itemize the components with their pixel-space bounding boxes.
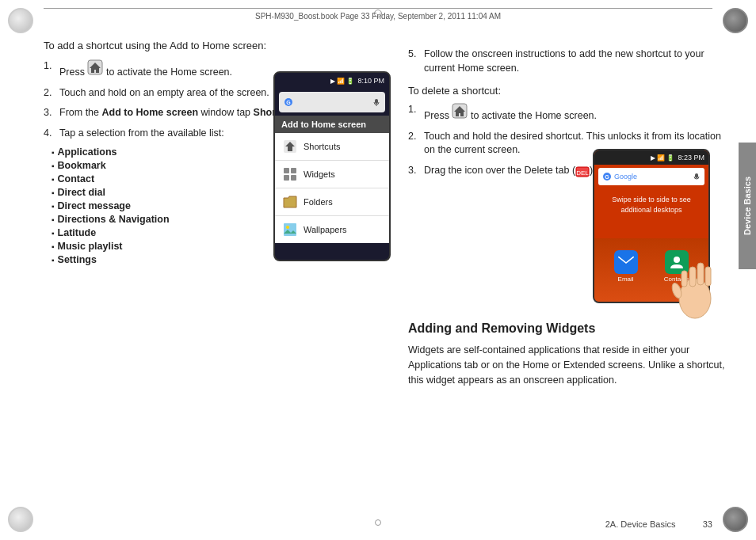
right-steps-top: 5. Follow the onscreen instructions to a…	[408, 40, 732, 75]
step-1-after: to activate the Home screen.	[106, 67, 232, 78]
page-number-container: 2A. Device Basics 33	[605, 519, 712, 529]
phone1-search: G	[279, 92, 385, 112]
phone2-swipe-text: Swipe side to side to see additional des…	[594, 188, 708, 221]
widgets-text: Widgets are self-contained applications …	[408, 343, 732, 387]
phone1-menu-wallpapers: Wallpapers	[275, 216, 389, 243]
delete-step-1-press: Press	[424, 110, 449, 121]
svg-text:G: G	[286, 100, 291, 105]
phone1-menu-widgets: Widgets	[275, 161, 389, 188]
phone1-time: 8:10 PM	[357, 77, 384, 85]
phone1-menu: Add to Home screen Shortcuts Widgets Fol…	[275, 116, 389, 243]
page-num: 33	[703, 519, 712, 529]
svg-rect-24	[689, 267, 696, 287]
delete-step-1-number: 1.	[408, 103, 424, 124]
phone2-status-icons: ▶ 📶 🔋	[651, 154, 674, 162]
step-3-number: 3.	[44, 106, 59, 120]
svg-rect-12	[284, 168, 289, 173]
svg-rect-20	[695, 173, 698, 178]
side-tab: Device Basics	[739, 143, 756, 269]
delete-step-3-number: 3.	[408, 164, 424, 178]
phone2-search: G Google	[598, 168, 704, 185]
corner-decoration-bl	[6, 505, 35, 534]
widgets-title: Adding and Removing Widgets	[408, 321, 732, 337]
home-icon-2	[452, 103, 468, 119]
svg-rect-8	[375, 99, 378, 104]
phone2-email-label: Email	[618, 276, 634, 283]
delete-step-1-after: to activate the Home screen.	[471, 110, 597, 121]
svg-rect-13	[291, 168, 296, 173]
wallpapers-icon	[283, 222, 297, 237]
phone1-status-bar: ▶ 📶 🔋 8:10 PM	[275, 73, 389, 89]
corner-decoration-tl	[6, 6, 35, 35]
step-1-number: 1.	[44, 59, 59, 80]
phone1-status-icons: ▶ 📶 🔋	[330, 78, 354, 85]
svg-rect-15	[291, 175, 296, 181]
header-text: SPH-M930_Boost.book Page 33 Friday, Sept…	[255, 12, 501, 21]
phone1-folders-label: Folders	[304, 197, 333, 207]
widgets-section: Adding and Removing Widgets Widgets are …	[408, 321, 732, 388]
svg-text:G: G	[605, 174, 609, 180]
phone-screenshot-1: ▶ 📶 🔋 8:10 PM G Add to Home screen Short…	[273, 71, 391, 261]
step-5-number: 5.	[408, 48, 424, 75]
delete-step-1: 1. Press to activate the Home screen.	[408, 103, 732, 124]
page-section: 2A. Device Basics	[605, 519, 676, 529]
page-header: SPH-M930_Boost.book Page 33 Friday, Sept…	[44, 8, 712, 21]
phone1-menu-shortcuts: Shortcuts	[275, 133, 389, 161]
corner-decoration-tr	[721, 6, 750, 35]
delete-intro: To delete a shortcut:	[408, 85, 732, 97]
bottom-center-mark	[375, 519, 381, 526]
svg-point-17	[286, 226, 289, 229]
phone1-shortcuts-label: Shortcuts	[304, 142, 340, 151]
step-4-number: 4.	[44, 127, 59, 141]
svg-rect-14	[284, 175, 289, 181]
phone1-menu-header: Add to Home screen	[275, 116, 389, 133]
folders-icon	[283, 195, 297, 209]
svg-rect-26	[705, 267, 711, 286]
hand-illustration	[667, 251, 723, 322]
svg-rect-16	[284, 223, 296, 236]
right-column: 5. Follow the onscreen instructions to a…	[408, 32, 732, 508]
delete-tab-icon: DEL	[575, 164, 590, 178]
delete-step-2-number: 2.	[408, 130, 424, 158]
phone1-wallpapers-label: Wallpapers	[304, 225, 347, 234]
shortcuts-icon	[283, 139, 297, 154]
email-icon	[618, 257, 634, 268]
phone2-email-icon: Email	[614, 250, 638, 283]
phone1-mic-icon	[372, 98, 380, 106]
delete-step-1-content: Press to activate the Home screen.	[424, 103, 732, 124]
hand-svg	[667, 251, 723, 322]
phone2-google-text: Google	[614, 173, 690, 181]
svg-rect-27	[682, 271, 687, 287]
phone1-google-icon: G	[284, 97, 293, 107]
home-icon-1	[87, 59, 103, 75]
phone1-menu-folders: Folders	[275, 188, 389, 216]
svg-rect-25	[697, 263, 704, 285]
step-1-press: Press	[59, 67, 85, 78]
corner-decoration-br	[721, 505, 750, 534]
phone2-google-icon: G	[602, 172, 612, 181]
svg-text:DEL: DEL	[576, 169, 589, 177]
phone2-time: 8:23 PM	[678, 154, 704, 162]
step-5: 5. Follow the onscreen instructions to a…	[408, 48, 732, 75]
widgets-icon	[283, 167, 297, 181]
phone2-mic-icon	[693, 173, 701, 181]
phone2-status-bar: ▶ 📶 🔋 8:23 PM	[594, 150, 708, 165]
step-5-content: Follow the onscreen instructions to add …	[424, 48, 732, 75]
left-intro: To add a shortcut using the Add to Home …	[44, 40, 392, 51]
main-content: To add a shortcut using the Add to Home …	[44, 32, 732, 508]
phone1-widgets-label: Widgets	[304, 169, 335, 179]
step-3-bold1: Add to Home screen	[102, 107, 199, 118]
step-2-number: 2.	[44, 86, 59, 101]
side-tab-label: Device Basics	[743, 177, 752, 235]
